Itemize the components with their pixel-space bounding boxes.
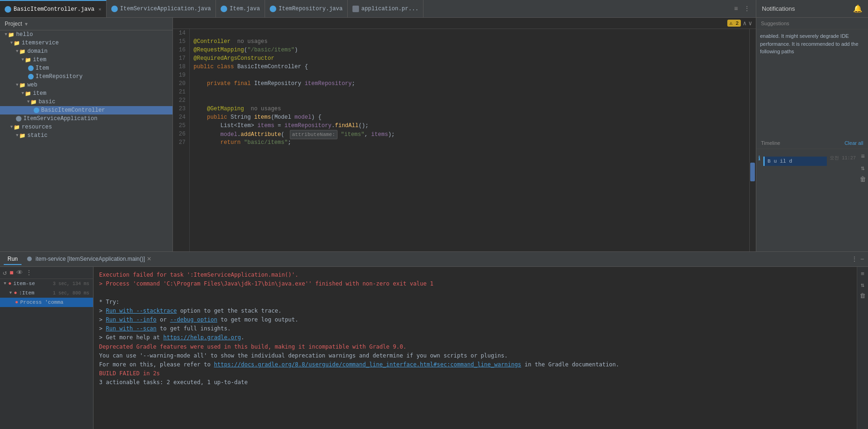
filter-icon[interactable]: ≡ — [861, 153, 865, 160]
bottom-settings-icon[interactable]: ⋮ — [851, 255, 858, 263]
run-item-label: Process 'comma — [20, 300, 63, 305]
gradle-help-link[interactable]: https://help.gradle.org — [163, 334, 241, 341]
run-item-2[interactable]: ▼ ● :Item 1 sec, 800 ms — [0, 288, 93, 298]
warning-badge: ⚠ 2 — [727, 20, 741, 27]
code-line-17: @RequiredArgsConstructor — [194, 54, 746, 63]
bottom-panel: Run item-service [ItemServiceApplication… — [0, 251, 868, 429]
tab-label-2: ItemServiceApplication.java — [120, 6, 211, 12]
tree-label: basic — [38, 99, 55, 105]
notifications-content: enabled. It might severely degrade IDE p… — [756, 29, 868, 137]
expand-down-icon[interactable]: ∨ — [748, 20, 752, 27]
clear-all-button[interactable]: Clear all — [845, 140, 863, 146]
suggestions-label: Suggestions — [761, 21, 789, 26]
expand-icon: ▼ — [10, 41, 13, 45]
run-config-label: item-service [ItemServiceApplication.mai… — [36, 256, 145, 262]
output-line-6: > Run with --info or --debug option to g… — [99, 315, 851, 324]
tree-item-ItemServiceApplication[interactable]: ItemServiceApplication — [0, 114, 172, 123]
notification-item: ℹ B u il d 오전 11:27 — [758, 155, 856, 166]
output-trash-icon[interactable]: 🗑 — [860, 293, 866, 300]
tab-label-4: ItemRepository.java — [279, 6, 343, 12]
bell-icon[interactable]: 🔔 — [853, 4, 862, 14]
expand-icon: ▼ — [16, 133, 18, 138]
output-sort-icon[interactable]: ⇅ — [861, 281, 865, 289]
run-item-3[interactable]: ● Process 'comma — [0, 298, 93, 307]
tab-label-5: application.pr... — [361, 6, 418, 12]
code-line-27: return "basic/items"; — [194, 138, 746, 147]
bottom-tab-bar: Run item-service [ItemServiceApplication… — [0, 252, 868, 267]
tab-application-properties[interactable]: application.pr... — [348, 0, 423, 17]
editor-area: ⚠ 2 ∧ ∨ 14 15 16 17 18 19 20 21 22 23 24… — [173, 18, 756, 251]
expand-icon: ▼ — [5, 32, 7, 37]
run-item-1[interactable]: ▼ ● item-se 3 sec, 134 ms — [0, 279, 93, 288]
output-filter-icon[interactable]: ≡ — [861, 271, 865, 278]
tree-item-basic[interactable]: ▼ 📁 basic — [0, 98, 172, 106]
folder-icon: 📁 — [19, 133, 26, 139]
output-line-11: For more on this, please refer to https:… — [99, 360, 851, 369]
tree-item-item-folder[interactable]: ▼ 📁 item — [0, 56, 172, 64]
expand-icon: ▼ — [9, 291, 12, 295]
folder-icon: 📁 — [8, 32, 14, 38]
tab-item[interactable]: Item.java — [216, 0, 265, 17]
code-line-15: @Controller no usages — [194, 37, 746, 46]
expand-up-icon[interactable]: ∧ — [743, 20, 746, 27]
tab-item-repository[interactable]: ItemRepository.java — [265, 0, 348, 17]
eye-icon[interactable]: 👁 — [16, 269, 23, 277]
editor-scrollbar[interactable] — [749, 29, 756, 251]
tree-item-web[interactable]: ▼ 📁 web — [0, 81, 172, 89]
java-file-icon — [34, 107, 39, 113]
folder-icon: 📁 — [14, 124, 20, 130]
debug-link[interactable]: --debug option — [170, 316, 217, 323]
output-line-9: Deprecated Gradle features were used in … — [99, 343, 851, 351]
suggestions-header: Suggestions — [756, 18, 868, 29]
error-icon: ● — [8, 280, 11, 287]
run-config-close-icon[interactable]: ✕ — [147, 256, 151, 262]
gradle-docs-link[interactable]: https://docs.gradle.org/8.8/userguide/co… — [214, 361, 521, 368]
tab-basic-item-controller[interactable]: BasicItemController.java ✕ — [0, 0, 107, 17]
project-header: Project ▼ — [0, 18, 172, 30]
tree-item-domain[interactable]: ▼ 📁 domain — [0, 47, 172, 56]
sort-icon[interactable]: ⇅ — [861, 164, 865, 172]
error-icon: ● — [15, 299, 18, 306]
notif-time: 오전 11:27 — [830, 155, 856, 161]
tree-item-item-folder2[interactable]: ▼ 📁 item — [0, 89, 172, 98]
tree-item-itemservice[interactable]: ▼ 📁 itemservice — [0, 39, 172, 47]
tab-item-service-app[interactable]: ItemServiceApplication.java — [107, 0, 216, 17]
code-line-21 — [194, 88, 746, 96]
tree-item-BasicItemController[interactable]: BasicItemController — [0, 106, 172, 114]
run-config-tab[interactable]: item-service [ItemServiceApplication.mai… — [23, 254, 155, 265]
tree-item-Item[interactable]: Item — [0, 64, 172, 72]
trash-icon[interactable]: 🗑 — [860, 176, 866, 183]
output-line-12: BUILD FAILED in 2s — [99, 369, 851, 378]
run-item-label: :Item — [19, 290, 35, 296]
scroll-thumb — [750, 163, 755, 181]
run-tab[interactable]: Run — [4, 254, 22, 265]
tree-item-ItemRepository[interactable]: ItemRepository — [0, 72, 172, 81]
bottom-tab-right-actions: ⋮ − — [851, 255, 864, 263]
scan-link[interactable]: Run with --scan — [106, 325, 156, 332]
tab-overflow-icon[interactable]: ⋮ — [742, 4, 752, 14]
notif-body: B u il d — [763, 155, 827, 166]
bottom-minimize-icon[interactable]: − — [861, 256, 864, 263]
tab-close-icon[interactable]: ✕ — [99, 7, 101, 12]
code-line-22 — [194, 96, 746, 105]
java-file-icon-2 — [111, 6, 118, 12]
tree-item-hello[interactable]: ▼ 📁 hello — [0, 30, 172, 39]
folder-icon: 📁 — [19, 49, 26, 55]
tree-item-static[interactable]: ▼ 📁 static — [0, 131, 172, 140]
folder-icon: 📁 — [25, 57, 31, 63]
stop-icon[interactable]: ■ — [9, 269, 13, 277]
tab-list-icon[interactable]: ≡ — [732, 4, 740, 14]
rerun-icon[interactable]: ↺ — [3, 269, 7, 277]
tree-label: hello — [16, 31, 33, 38]
code-content: @Controller no usages @RequestMapping("/… — [190, 29, 749, 251]
tree-item-resources[interactable]: ▼ 📁 resources — [0, 123, 172, 131]
more-icon[interactable]: ⋮ — [26, 269, 32, 277]
info-link[interactable]: Run with --info — [106, 316, 156, 323]
suggestion-text: enabled. It might severely degrade IDE p… — [760, 33, 858, 54]
output-line-2: > Process 'command 'C:\Program Files\Jav… — [99, 279, 851, 288]
tree-label: itemservice — [22, 40, 58, 46]
project-chevron-icon[interactable]: ▼ — [24, 21, 29, 27]
code-line-20: private final ItemRepository itemReposit… — [194, 79, 746, 88]
stacktrace-link[interactable]: Run with --stacktrace — [106, 307, 177, 314]
code-line-14 — [194, 29, 746, 37]
